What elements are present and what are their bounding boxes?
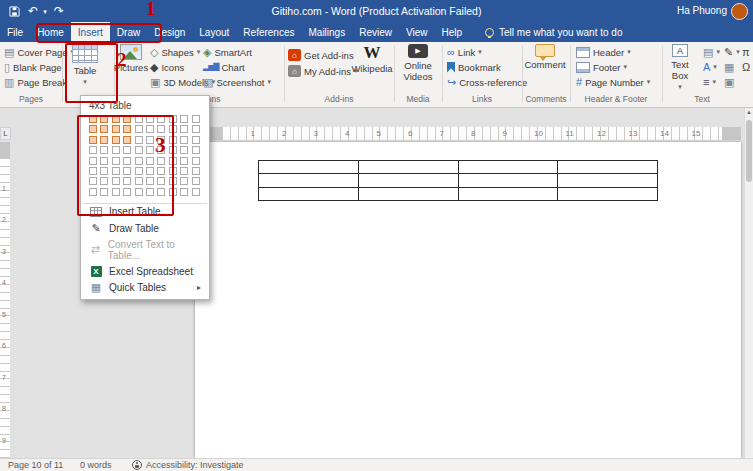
grid-cell[interactable] [100, 188, 108, 196]
grid-cell[interactable] [135, 177, 143, 185]
grid-cell[interactable] [123, 115, 131, 123]
vertical-scrollbar[interactable]: ▲ [744, 108, 753, 458]
grid-cell[interactable] [192, 188, 200, 196]
grid-cell[interactable] [192, 167, 200, 175]
grid-cell[interactable] [157, 125, 165, 133]
vertical-ruler[interactable]: 123456789 [0, 142, 10, 458]
grid-cell[interactable] [112, 136, 120, 144]
table-cell[interactable] [259, 188, 359, 201]
my-addins-button[interactable]: ⌂ My Add-ins ▾ [288, 64, 358, 78]
quick-parts-button[interactable]: ▤ ▾ [703, 45, 720, 59]
grid-cell[interactable] [192, 177, 200, 185]
grid-cell[interactable] [89, 115, 97, 123]
menu-item-quick-tables[interactable]: ▦ Quick Tables ▸ [81, 279, 209, 295]
grid-cell[interactable] [180, 146, 188, 154]
grid-cell[interactable] [180, 136, 188, 144]
grid-cell[interactable] [135, 146, 143, 154]
menu-item-excel-spreadsheet[interactable]: X Excel Spreadsheet [81, 263, 209, 279]
grid-cell[interactable] [89, 177, 97, 185]
grid-cell[interactable] [169, 125, 177, 133]
pictures-button[interactable]: Pictures [112, 44, 150, 73]
tab-help[interactable]: Help [434, 22, 469, 42]
word-count[interactable]: 0 words [80, 460, 112, 470]
tab-draw[interactable]: Draw [110, 22, 147, 42]
grid-cell[interactable] [100, 136, 108, 144]
grid-cell[interactable] [135, 157, 143, 165]
grid-cell[interactable] [169, 188, 177, 196]
grid-cell[interactable] [89, 188, 97, 196]
grid-cell[interactable] [180, 115, 188, 123]
grid-cell[interactable] [180, 188, 188, 196]
tab-design[interactable]: Design [147, 22, 192, 42]
grid-cell[interactable] [169, 136, 177, 144]
scrollbar-thumb[interactable] [746, 120, 752, 182]
grid-cell[interactable] [157, 115, 165, 123]
grid-cell[interactable] [146, 188, 154, 196]
grid-cell[interactable] [157, 167, 165, 175]
table-cell[interactable] [259, 174, 359, 187]
grid-cell[interactable] [100, 167, 108, 175]
grid-cell[interactable] [100, 125, 108, 133]
grid-cell[interactable] [192, 125, 200, 133]
table-button[interactable]: Table ▾ [62, 44, 108, 86]
grid-cell[interactable] [180, 177, 188, 185]
grid-cell[interactable] [169, 157, 177, 165]
grid-cell[interactable] [123, 136, 131, 144]
grid-cell[interactable] [135, 188, 143, 196]
grid-cell[interactable] [123, 146, 131, 154]
grid-cell[interactable] [135, 167, 143, 175]
grid-cell[interactable] [157, 177, 165, 185]
grid-cell[interactable] [192, 146, 200, 154]
wikipedia-button[interactable]: W Wikipedia [350, 44, 394, 74]
page-break-button[interactable]: ▥ Page Break [4, 75, 67, 89]
footer-button[interactable]: Footer ▾ [576, 60, 627, 74]
grid-cell[interactable] [123, 167, 131, 175]
tab-mailings[interactable]: Mailings [301, 22, 352, 42]
page-number-button[interactable]: # Page Number ▾ [576, 75, 650, 89]
grid-cell[interactable] [180, 125, 188, 133]
text-box-button[interactable]: A Text Box ▾ [661, 44, 699, 91]
grid-cell[interactable] [89, 167, 97, 175]
symbol-button[interactable]: Ω [742, 60, 750, 74]
table-cell[interactable] [359, 161, 459, 174]
grid-cell[interactable] [157, 157, 165, 165]
table-cell[interactable] [459, 174, 559, 187]
grid-cell[interactable] [112, 125, 120, 133]
chart-button[interactable]: ▂▅▇ Chart [203, 60, 245, 74]
grid-cell[interactable] [146, 167, 154, 175]
grid-cell[interactable] [100, 157, 108, 165]
grid-cell[interactable] [169, 167, 177, 175]
menu-item-draw-table[interactable]: ✎ Draw Table [81, 220, 209, 236]
signature-line-button[interactable]: ✎ ▾ [724, 45, 740, 59]
grid-cell[interactable] [169, 115, 177, 123]
grid-cell[interactable] [89, 146, 97, 154]
tab-insert[interactable]: Insert [71, 22, 110, 42]
grid-cell[interactable] [157, 136, 165, 144]
tab-home[interactable]: Home [30, 22, 71, 42]
grid-cell[interactable] [112, 157, 120, 165]
grid-cell[interactable] [146, 146, 154, 154]
tab-stop-selector[interactable]: L [0, 127, 11, 140]
shapes-button[interactable]: ◇ Shapes ▾ [150, 45, 200, 59]
grid-cell[interactable] [180, 167, 188, 175]
tell-me-box[interactable]: Tell me what you want to do [485, 22, 622, 42]
user-name[interactable]: Ha Phuong [677, 5, 727, 16]
date-time-button[interactable]: ▦ [724, 60, 734, 74]
grid-cell[interactable] [112, 115, 120, 123]
link-button[interactable]: ∞ Link ▾ [447, 45, 482, 59]
tab-references[interactable]: References [236, 22, 301, 42]
grid-cell[interactable] [146, 157, 154, 165]
cross-reference-button[interactable]: ↪ Cross-reference [447, 75, 527, 89]
grid-cell[interactable] [100, 115, 108, 123]
table-cell[interactable] [359, 174, 459, 187]
grid-cell[interactable] [100, 146, 108, 154]
tab-layout[interactable]: Layout [192, 22, 236, 42]
online-videos-button[interactable]: ▶ Online Videos [396, 44, 440, 82]
grid-cell[interactable] [89, 136, 97, 144]
avatar[interactable] [731, 3, 748, 20]
table-cell[interactable] [459, 161, 559, 174]
screenshot-button[interactable]: ▨ Screenshot ▾ [203, 75, 271, 89]
get-addins-button[interactable]: ⌂ Get Add-ins [288, 48, 354, 62]
grid-cell[interactable] [89, 125, 97, 133]
grid-cell[interactable] [192, 136, 200, 144]
